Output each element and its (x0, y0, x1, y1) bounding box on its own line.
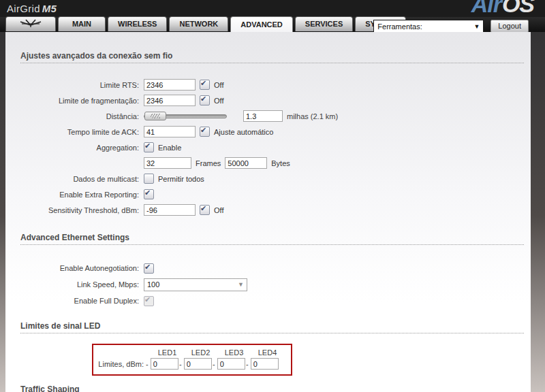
fragmentation-limit-row: Limite de fragmentação: Off (5, 93, 531, 108)
section-title-ethernet: Advanced Ethernet Settings (20, 233, 524, 245)
airos-logo-os: OS (502, 0, 534, 17)
led-limits-label: Limites, dBm: (96, 360, 146, 368)
tab-services[interactable]: SERVICES (295, 16, 353, 31)
ack-auto-adjust-label: Ajuste automático (214, 128, 273, 136)
section-title-traffic-shaping: Traffic Shaping (20, 385, 524, 392)
led1-limit-input[interactable] (151, 358, 178, 370)
aggregation-enable-checkbox[interactable] (144, 142, 154, 152)
full-duplex-row: Enable Full Duplex: (5, 293, 531, 309)
sensitivity-off-label: Off (214, 206, 223, 214)
ack-timeout-input[interactable] (144, 126, 196, 137)
device-name: AirGrid (7, 3, 40, 14)
sensitivity-off-checkbox[interactable] (200, 205, 210, 215)
led-limits-row: Limites, dBm: - - - - (96, 358, 288, 370)
tab-home-logo[interactable] (5, 16, 56, 31)
tab-advanced[interactable]: ADVANCED (230, 16, 293, 32)
sensitivity-threshold-input[interactable] (144, 204, 196, 216)
link-speed-value: 100 (147, 280, 159, 289)
led3-header: LED3 (217, 348, 251, 357)
rts-limit-label: Limite RTS: (5, 81, 144, 89)
fragmentation-off-checkbox[interactable] (200, 95, 210, 105)
antenna-icon (19, 19, 42, 28)
sensitivity-threshold-row: Sensitivity Threshold, dBm: Off (5, 202, 531, 218)
aggregation-frames-input[interactable] (144, 157, 191, 169)
tools-dropdown-label: Ferramentas: (377, 22, 422, 31)
multicast-allow-label: Permitir todos (158, 175, 204, 183)
aggregation-bytes-input[interactable] (225, 157, 267, 169)
airos-logo-air: Air (471, 0, 501, 17)
distance-slider-handle[interactable] (144, 112, 166, 120)
aggregation-row: Aggregation: Enable (5, 140, 531, 155)
led2-limit-input[interactable] (184, 358, 212, 370)
tools-dropdown[interactable]: Ferramentas: ▼ (373, 20, 484, 33)
multicast-allow-checkbox[interactable] (144, 174, 154, 184)
led2-minus: - (179, 360, 182, 368)
distance-label: Distância: (5, 112, 144, 120)
aggregation-label: Aggregation: (5, 144, 144, 152)
distance-input[interactable] (243, 110, 283, 122)
autonegotiation-checkbox[interactable] (144, 263, 154, 274)
led4-header: LED4 (251, 348, 284, 357)
content-panel: Ajustes avançados da conexão sem fio Lim… (5, 32, 531, 392)
link-speed-label: Link Speed, Mbps: (5, 280, 144, 289)
top-header: AirGridM5 AirOS (0, 0, 545, 17)
link-speed-row: Link Speed, Mbps: 100 ▼ (5, 276, 531, 293)
tab-network[interactable]: NETWORK (169, 16, 228, 31)
aggregation-values-row: Frames Bytes (5, 155, 531, 171)
fragmentation-limit-input[interactable] (144, 95, 196, 106)
extra-reporting-row: Enable Extra Reporting: (5, 186, 531, 202)
top-controls: Ferramentas: ▼ Logout (373, 20, 529, 33)
led2-header: LED2 (184, 348, 217, 357)
tab-wireless[interactable]: WIRELESS (108, 16, 167, 31)
extra-reporting-label: Enable Extra Reporting: (5, 191, 144, 199)
distance-slider[interactable] (144, 111, 227, 121)
section-title-wireless-advanced: Ajustes avançados da conexão sem fio (20, 51, 524, 63)
multicast-label: Dados de multicast: (5, 175, 144, 183)
airos-advanced-page: AirGridM5 AirOS MAIN WIRELESS NETWORK AD… (0, 0, 545, 392)
sensitivity-threshold-label: Sensitivity Threshold, dBm: (5, 206, 144, 214)
fragmentation-limit-label: Limite de fragmentação: (5, 97, 144, 105)
rts-limit-input[interactable] (144, 79, 196, 91)
chevron-down-icon: ▼ (238, 281, 244, 288)
led3-minus: - (213, 360, 215, 368)
aggregation-frames-label: Frames (196, 159, 221, 167)
ack-timeout-row: Tempo limite de ACK: Ajuste automático (5, 124, 531, 140)
led3-limit-input[interactable] (217, 358, 245, 370)
device-model: M5 (42, 3, 57, 14)
rts-limit-row: Limite RTS: Off (5, 77, 531, 93)
ack-auto-adjust-checkbox[interactable] (200, 127, 210, 137)
airos-logo: AirOS (471, 0, 534, 17)
distance-unit-label: milhas (2.1 km) (287, 112, 338, 120)
autonegotiation-row: Enable Autonegotiation: (5, 260, 531, 276)
chevron-down-icon: ▼ (473, 23, 480, 30)
rts-off-checkbox[interactable] (200, 80, 210, 90)
tab-main[interactable]: MAIN (58, 16, 106, 31)
fragmentation-off-label: Off (214, 97, 223, 105)
ethernet-form: Enable Autonegotiation: Link Speed, Mbps… (5, 260, 531, 309)
multicast-row: Dados de multicast: Permitir todos (5, 171, 531, 186)
distance-row: Distância: milhas (2.1 km) (5, 108, 531, 124)
section-title-led: Limites de sinal LED (20, 321, 524, 333)
led1-minus: - (146, 360, 149, 368)
extra-reporting-checkbox[interactable] (144, 189, 154, 199)
slider-grip-icon (151, 114, 160, 118)
aggregation-bytes-label: Bytes (271, 159, 290, 167)
autonegotiation-label: Enable Autonegotiation: (5, 264, 144, 272)
led1-header: LED1 (151, 348, 184, 357)
led-limits-box: LED1 LED2 LED3 LED4 Limites, dBm: - - (92, 344, 292, 376)
led4-minus: - (246, 360, 249, 368)
tab-strip: MAIN WIRELESS NETWORK ADVANCED SERVICES … (0, 17, 545, 32)
wireless-advanced-form: Limite RTS: Off Limite de fragmentação: … (5, 77, 531, 218)
led4-limit-input[interactable] (251, 358, 279, 370)
main-tabs: MAIN WIRELESS NETWORK ADVANCED SERVICES … (5, 16, 406, 32)
full-duplex-label: Enable Full Duplex: (5, 297, 144, 305)
device-logo: AirGridM5 (7, 3, 57, 14)
ack-timeout-label: Tempo limite de ACK: (5, 128, 144, 136)
led-header-row: LED1 LED2 LED3 LED4 (96, 348, 288, 357)
link-speed-select[interactable]: 100 ▼ (144, 278, 247, 291)
logout-button[interactable]: Logout (490, 20, 529, 33)
aggregation-enable-label: Enable (158, 144, 181, 152)
rts-off-label: Off (214, 81, 223, 89)
full-duplex-checkbox (144, 296, 154, 306)
